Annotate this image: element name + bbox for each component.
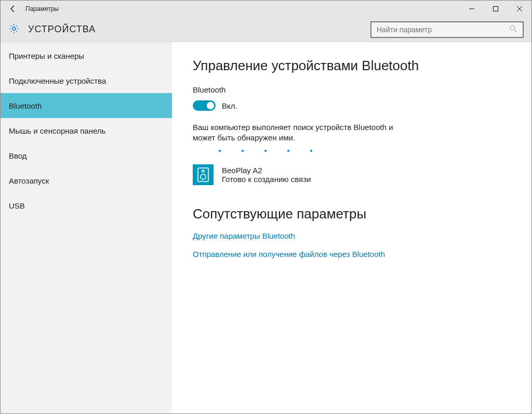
svg-line-6 xyxy=(514,30,516,32)
header: УСТРОЙСТВА xyxy=(1,17,531,42)
gear-icon xyxy=(8,23,20,36)
sidebar-item-autoplay[interactable]: Автозапуск xyxy=(1,168,172,193)
device-row[interactable]: BeoPlay A2 Готово к созданию связи xyxy=(193,164,511,185)
svg-point-5 xyxy=(510,25,515,30)
back-button[interactable] xyxy=(1,1,25,17)
info-text: Ваш компьютер выполняет поиск устройств … xyxy=(193,122,416,144)
titlebar: Параметры xyxy=(1,1,531,17)
sidebar: Принтеры и сканеры Подключенные устройст… xyxy=(1,42,172,413)
toggle-knob xyxy=(207,102,214,109)
link-more-bluetooth-options[interactable]: Другие параметры Bluetooth xyxy=(193,231,511,240)
toggle-label: Bluetooth xyxy=(193,85,511,94)
sidebar-item-printers[interactable]: Принтеры и сканеры xyxy=(1,43,172,68)
progress-indicator xyxy=(193,147,511,164)
sidebar-item-mouse-touchpad[interactable]: Мышь и сенсорная панель xyxy=(1,118,172,143)
toggle-state: Вкл. xyxy=(222,101,237,110)
svg-point-9 xyxy=(201,174,206,179)
device-name: BeoPlay A2 xyxy=(222,166,311,175)
page-heading: Управление устройствами Bluetooth xyxy=(193,58,511,74)
link-send-receive-files[interactable]: Отправление или получение файлов через B… xyxy=(193,250,511,258)
speaker-icon xyxy=(193,164,214,185)
svg-point-4 xyxy=(12,27,16,30)
close-button[interactable] xyxy=(508,1,531,17)
sidebar-item-label: USB xyxy=(9,201,25,210)
svg-point-8 xyxy=(202,170,204,172)
sidebar-item-connected-devices[interactable]: Подключенные устройства xyxy=(1,68,172,93)
sidebar-item-label: Ввод xyxy=(9,151,27,160)
sidebar-item-typing[interactable]: Ввод xyxy=(1,143,172,168)
sidebar-item-label: Мышь и сенсорная панель xyxy=(9,126,105,135)
sidebar-item-label: Подключенные устройства xyxy=(9,76,106,85)
bluetooth-toggle[interactable] xyxy=(193,100,216,111)
section-title: УСТРОЙСТВА xyxy=(28,24,96,35)
search-box[interactable] xyxy=(370,21,524,38)
sidebar-item-bluetooth[interactable]: Bluetooth xyxy=(1,93,172,118)
maximize-button[interactable] xyxy=(484,1,508,17)
sidebar-item-usb[interactable]: USB xyxy=(1,193,172,218)
related-heading: Сопутствующие параметры xyxy=(193,206,511,222)
svg-rect-1 xyxy=(494,7,498,11)
minimize-button[interactable] xyxy=(460,1,484,17)
sidebar-item-label: Bluetooth xyxy=(9,101,42,110)
content: Управление устройствами Bluetooth Blueto… xyxy=(172,42,531,413)
sidebar-item-label: Автозапуск xyxy=(9,176,49,185)
sidebar-item-label: Принтеры и сканеры xyxy=(9,51,84,60)
device-status: Готово к созданию связи xyxy=(222,175,311,184)
search-input[interactable] xyxy=(377,25,509,34)
search-icon xyxy=(509,24,517,35)
window-title: Параметры xyxy=(25,5,59,12)
